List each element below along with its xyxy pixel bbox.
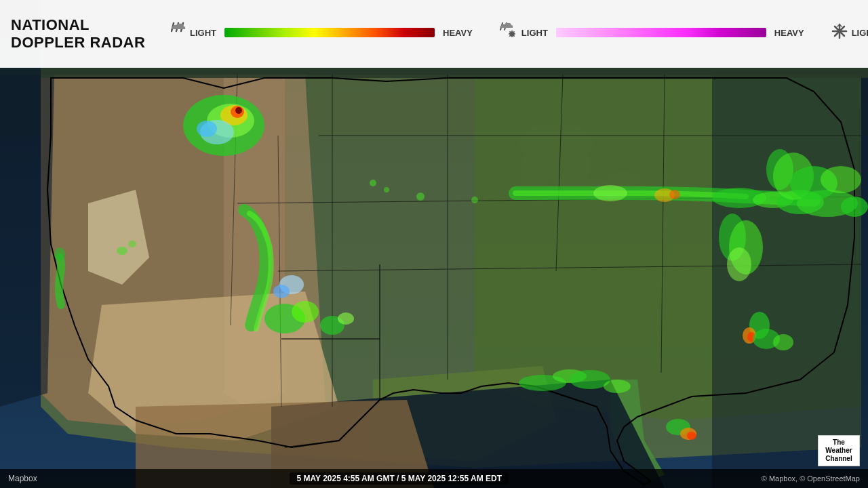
mixed-icon xyxy=(500,22,517,43)
legend-bar: LIGHT HEAVY xyxy=(160,22,868,47)
svg-point-35 xyxy=(593,185,627,201)
snow-light-label: LIGHT xyxy=(852,28,868,38)
attribution-text: © Mapbox, © OpenStreetMap xyxy=(762,474,860,483)
map-background xyxy=(0,0,868,488)
svg-point-54 xyxy=(773,334,793,350)
svg-point-42 xyxy=(841,197,868,217)
title-section: NATIONAL DOPPLER RADAR xyxy=(11,16,146,52)
bottom-bar: Mapbox 5 MAY 2025 4:55 AM GMT / 5 MAY 20… xyxy=(0,469,868,488)
snow-icon xyxy=(831,22,848,43)
svg-point-27 xyxy=(292,301,319,323)
svg-point-37 xyxy=(669,190,680,199)
svg-point-34 xyxy=(128,241,136,247)
header-panel: NATIONAL DOPPLER RADAR xyxy=(0,0,868,68)
rain-legend: LIGHT HEAVY xyxy=(171,22,473,47)
svg-point-62 xyxy=(370,180,376,186)
page-title: NATIONAL DOPPLER RADAR xyxy=(11,16,146,52)
svg-point-58 xyxy=(604,380,631,393)
mixed-legend: LIGHT HEAVY xyxy=(500,22,804,46)
rain-light-label: LIGHT xyxy=(190,28,216,38)
mixed-gradient xyxy=(556,28,766,37)
mapbox-label: Mapbox xyxy=(8,474,37,483)
rain-heavy-label: HEAVY xyxy=(443,28,473,38)
svg-point-23 xyxy=(235,107,242,114)
svg-point-65 xyxy=(471,197,478,203)
svg-point-25 xyxy=(197,121,217,137)
map-container: NATIONAL DOPPLER RADAR xyxy=(0,0,868,488)
svg-point-31 xyxy=(273,285,290,298)
timestamp-display: 5 MAY 2025 4:55 AM GMT / 5 MAY 2025 12:5… xyxy=(290,472,509,485)
svg-point-32 xyxy=(54,247,65,261)
svg-point-46 xyxy=(821,166,861,193)
mixed-heavy-label: HEAVY xyxy=(774,28,804,38)
mixed-light-label: LIGHT xyxy=(521,28,548,38)
snow-legend: LIGHT HEAVY xyxy=(831,22,868,46)
twc-logo: The Weather Channel xyxy=(818,435,860,466)
rain-gradient xyxy=(224,28,435,37)
svg-point-63 xyxy=(384,187,389,192)
svg-point-33 xyxy=(117,247,127,255)
svg-point-61 xyxy=(687,432,696,440)
svg-point-29 xyxy=(338,312,354,325)
svg-point-49 xyxy=(727,247,751,281)
svg-point-64 xyxy=(416,192,425,201)
rain-icon xyxy=(171,22,186,44)
